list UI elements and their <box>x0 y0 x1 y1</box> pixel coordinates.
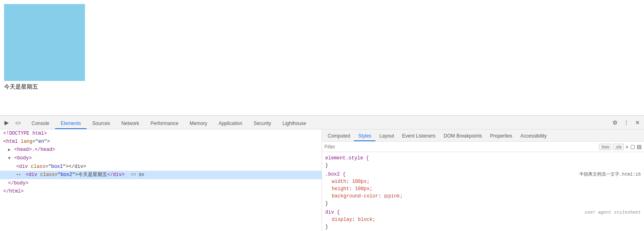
toggle-sidebar-icon[interactable]: ▤ <box>637 144 642 150</box>
element-style-close: } <box>325 163 328 168</box>
hov-button[interactable]: :hov <box>599 144 612 150</box>
body-arrow: ▼ <box>8 156 11 161</box>
div-display-prop: display <box>332 217 352 223</box>
box1-open: <div <box>16 164 31 170</box>
dom-eq-marker: == $0 <box>131 172 144 177</box>
box2-prop-height: height: 100px; <box>332 185 641 193</box>
head-close-tag: </head> <box>35 147 55 153</box>
tab-elements[interactable]: Elements <box>55 118 87 129</box>
head-dots: … <box>32 147 34 153</box>
tab-styles[interactable]: Styles <box>354 131 375 141</box>
more-icon[interactable]: ⋮ <box>621 118 631 127</box>
box2-bracket: "> <box>72 172 78 178</box>
box2-open: <div <box>25 172 40 178</box>
html-close-tag: </html> <box>3 189 23 194</box>
styles-tabs: Computed Styles Layout Event Listeners D… <box>322 129 644 142</box>
tab-memory[interactable]: Memory <box>184 118 213 129</box>
add-style-icon[interactable]: + <box>625 144 629 150</box>
box2-class-name: class <box>40 172 55 178</box>
html-attr-eq: =" <box>32 139 38 144</box>
html-line-head[interactable]: ▶ <head>…</head> <box>0 146 322 154</box>
html-attr-close: "> <box>44 139 50 144</box>
settings-icon[interactable]: ⚙ <box>610 118 620 127</box>
html-attr-lang-name: lang <box>21 139 32 144</box>
element-style-rule: element.style { } <box>322 154 644 170</box>
tab-network[interactable]: Network <box>116 118 145 129</box>
tab-accessibility[interactable]: Accessibility <box>516 131 551 141</box>
cursor-icon[interactable]: ▶ <box>2 118 11 127</box>
box2-selector: .box2 { <box>325 172 345 177</box>
box2-height-val: 100px; <box>355 186 373 192</box>
tab-sources[interactable]: Sources <box>87 118 116 129</box>
styles-content: element.style { } .box2 { 半脱离文档流一文字.html… <box>322 152 644 231</box>
new-stylesheet-icon[interactable]: ▢ <box>630 144 635 150</box>
html-attr-lang-val: en <box>38 139 44 144</box>
tab-layout[interactable]: Layout <box>375 131 398 141</box>
div-close-brace: } <box>325 224 328 230</box>
styles-panel: Computed Styles Layout Event Listeners D… <box>322 129 644 231</box>
box2-width-val: 100px; <box>352 179 369 184</box>
close-icon[interactable]: ✕ <box>633 118 642 127</box>
page-text: 今天是星期五 <box>4 83 640 91</box>
elements-panel: <!DOCTYPE html> <html lang="en"> ▶ <head… <box>0 129 322 231</box>
html-line-box2[interactable]: •• <div class="box2">今天是星期五</div> == $0 <box>0 171 322 179</box>
html-open-tag: <html <box>3 139 21 144</box>
tab-lighthouse[interactable]: Lighthouse <box>277 118 312 129</box>
tab-properties[interactable]: Properties <box>486 131 517 141</box>
box2-width-prop: width <box>332 179 346 184</box>
tab-application[interactable]: Application <box>213 118 248 129</box>
box1-class-name: class <box>31 164 45 170</box>
user-agent-label: user agent stylesheet <box>585 209 641 216</box>
box2-source[interactable]: 半脱离文档流一文字.html:15 <box>579 171 641 178</box>
box2-class-val: box2 <box>61 172 72 178</box>
box2-prop-bg: background-color: pink; <box>332 193 641 200</box>
html-line-html-close[interactable]: </html> <box>0 187 322 195</box>
box2-eq: =" <box>55 172 60 178</box>
page-area: 今天是星期五 <box>0 0 644 115</box>
blue-box <box>4 4 85 81</box>
div-style-rule: div { user agent stylesheet display: blo… <box>322 208 644 231</box>
element-style-selector: element.style { <box>325 155 369 161</box>
tab-computed[interactable]: Computed <box>324 131 354 141</box>
box2-dot-indicator: •• <box>16 173 21 177</box>
html-line-doctype[interactable]: <!DOCTYPE html> <box>0 129 322 138</box>
pink-swatch <box>384 195 388 198</box>
box2-height-colon: : <box>349 186 355 192</box>
box1-eq: =" <box>45 164 51 170</box>
div-display-val: block; <box>358 217 375 223</box>
toolbar-icons: ▶ ▭ <box>2 118 23 127</box>
styles-filter-bar: :hov .cls + ▢ ▤ <box>322 142 644 152</box>
box2-bg-colon: : <box>378 193 384 199</box>
tab-dom-breakpoints[interactable]: DOM Breakpoints <box>440 131 486 141</box>
box2-width-colon: : <box>346 179 352 184</box>
head-tag: <head> <box>14 147 32 153</box>
html-line-box1[interactable]: <div class="box1"></div> <box>0 163 322 171</box>
devtools-toolbar: ▶ ▭ Console Elements Sources Network Per… <box>0 116 644 129</box>
tab-performance[interactable]: Performance <box>145 118 184 129</box>
html-line-body-close[interactable]: </body> <box>0 179 322 187</box>
tab-console[interactable]: Console <box>26 118 55 129</box>
box2-close-brace: } <box>325 201 328 206</box>
filter-input[interactable] <box>324 144 599 150</box>
html-line-html[interactable]: <html lang="en"> <box>0 138 322 146</box>
box1-close: "></div> <box>63 164 86 170</box>
toolbar-right: ⚙ ⋮ ✕ <box>610 118 642 127</box>
head-arrow: ▶ <box>8 148 11 152</box>
tab-event-listeners[interactable]: Event Listeners <box>398 131 440 141</box>
box2-style-rule: .box2 { 半脱离文档流一文字.html:15 width: 100px; … <box>322 170 644 208</box>
box2-bg-val: pink; <box>388 193 403 199</box>
cls-button[interactable]: .cls <box>613 144 624 150</box>
tab-security[interactable]: Security <box>248 118 277 129</box>
body-close-tag: </body> <box>8 180 28 186</box>
box2-height-prop: height <box>332 186 349 192</box>
devtools-panel: ▶ ▭ Console Elements Sources Network Per… <box>0 115 644 231</box>
html-line-body[interactable]: ▼ <body> <box>0 154 322 163</box>
box2-close-tag: </div> <box>107 172 125 178</box>
box2-text: 今天是星期五 <box>78 172 107 178</box>
device-icon[interactable]: ▭ <box>13 118 23 127</box>
devtools-tabs: Console Elements Sources Network Perform… <box>26 116 312 129</box>
devtools-main: <!DOCTYPE html> <html lang="en"> ▶ <head… <box>0 129 644 231</box>
div-prop-display: display: block; <box>332 216 641 223</box>
div-display-colon: : <box>352 217 358 223</box>
box2-bg-prop: background-color <box>332 193 378 199</box>
